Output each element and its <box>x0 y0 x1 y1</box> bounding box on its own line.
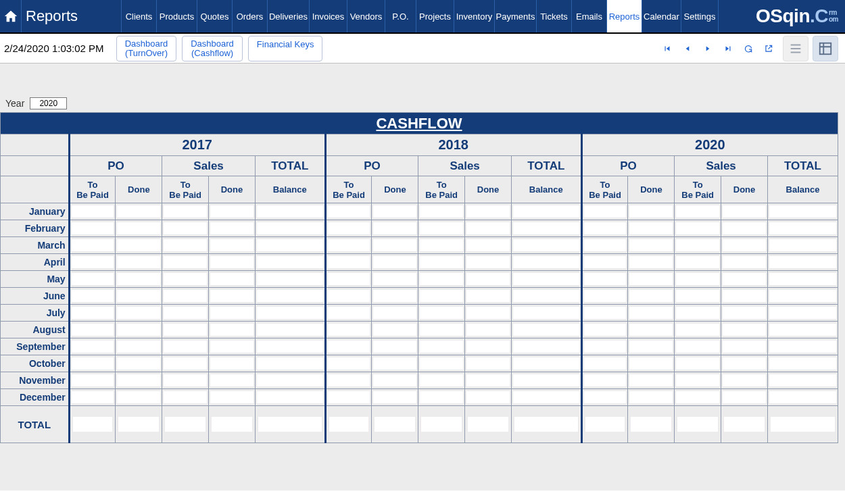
data-cell <box>767 254 838 271</box>
home-button[interactable] <box>0 0 22 32</box>
data-cell <box>418 338 465 355</box>
year-header: 2017 <box>69 134 325 156</box>
data-cell <box>767 237 838 254</box>
data-cell <box>209 322 256 338</box>
data-cell <box>721 220 768 237</box>
next-page-button[interactable] <box>698 39 718 59</box>
group-header-total: TOTAL <box>511 156 581 176</box>
tab-po[interactable]: P.O. <box>385 0 416 32</box>
data-cell <box>511 220 581 237</box>
report-title: CASHFLOW <box>1 113 838 134</box>
refresh-button[interactable] <box>738 39 758 59</box>
data-cell <box>69 355 116 372</box>
tab-tickets[interactable]: Tickets <box>537 0 572 32</box>
data-cell <box>325 220 372 237</box>
total-cell <box>69 406 116 443</box>
page-title: Reports <box>22 0 122 32</box>
total-cell <box>581 406 628 443</box>
data-cell <box>162 372 209 389</box>
tab-products[interactable]: Products <box>157 0 197 32</box>
group-header-po: PO <box>69 156 162 176</box>
data-cell <box>511 389 581 406</box>
tab-calendar[interactable]: Calendar <box>642 0 681 32</box>
data-cell <box>721 288 768 305</box>
data-cell <box>581 237 628 254</box>
tab-invoices[interactable]: Invoices <box>310 0 347 32</box>
data-cell <box>465 288 512 305</box>
report-body: Year CASHFLOW 2017 2018 2020 POSalesTOTA… <box>0 64 845 490</box>
data-cell <box>372 372 418 389</box>
data-cell <box>465 322 512 338</box>
year-input[interactable] <box>30 97 67 109</box>
data-cell <box>581 288 628 305</box>
data-cell <box>325 355 372 372</box>
subbar-button-1[interactable]: Dashboard(Cashflow) <box>182 36 243 61</box>
data-cell <box>69 288 116 305</box>
brand-dot: .C <box>810 5 828 27</box>
tab-vendors[interactable]: Vendors <box>347 0 385 32</box>
data-cell <box>255 322 325 338</box>
list-view-button[interactable] <box>783 36 808 61</box>
data-cell <box>418 305 465 322</box>
data-cell <box>767 355 838 372</box>
data-cell <box>675 355 721 372</box>
tab-reports[interactable]: Reports <box>607 0 642 32</box>
group-header-po: PO <box>325 156 418 176</box>
data-cell <box>675 288 721 305</box>
data-cell <box>767 372 838 389</box>
subbar-button-2[interactable]: Financial Keys <box>248 36 323 61</box>
data-cell <box>511 288 581 305</box>
subbar-button-0[interactable]: Dashboard(TurnOver) <box>116 36 177 61</box>
data-cell <box>511 203 581 220</box>
data-cell <box>209 203 256 220</box>
prev-page-button[interactable] <box>677 39 698 59</box>
data-cell <box>255 372 325 389</box>
data-cell <box>372 389 418 406</box>
data-cell <box>162 288 209 305</box>
last-page-button[interactable] <box>718 39 738 59</box>
total-cell <box>325 406 372 443</box>
data-cell <box>116 220 162 237</box>
data-cell <box>325 271 372 288</box>
popout-button[interactable] <box>758 39 779 59</box>
tab-inventory[interactable]: Inventory <box>454 0 495 32</box>
data-cell <box>628 305 675 322</box>
sub-header-done: Done <box>721 176 768 203</box>
tab-orders[interactable]: Orders <box>233 0 268 32</box>
data-cell <box>721 254 768 271</box>
tab-clients[interactable]: Clients <box>122 0 157 32</box>
tab-emails[interactable]: Emails <box>572 0 607 32</box>
data-cell <box>69 338 116 355</box>
data-cell <box>721 389 768 406</box>
data-cell <box>69 237 116 254</box>
data-cell <box>255 355 325 372</box>
data-cell <box>581 322 628 338</box>
data-cell <box>628 288 675 305</box>
data-cell <box>465 372 512 389</box>
data-cell <box>255 271 325 288</box>
data-cell <box>675 203 721 220</box>
tab-settings[interactable]: Settings <box>681 0 719 32</box>
data-cell <box>418 355 465 372</box>
data-cell <box>675 322 721 338</box>
tab-projects[interactable]: Projects <box>416 0 454 32</box>
data-cell <box>418 372 465 389</box>
data-cell <box>372 355 418 372</box>
total-cell <box>418 406 465 443</box>
month-label: December <box>1 389 70 406</box>
data-cell <box>675 220 721 237</box>
data-cell <box>511 271 581 288</box>
grid-view-button[interactable] <box>813 36 838 61</box>
tab-quotes[interactable]: Quotes <box>197 0 233 32</box>
first-page-button[interactable] <box>657 39 677 59</box>
data-cell <box>69 220 116 237</box>
tab-payments[interactable]: Payments <box>495 0 537 32</box>
data-cell <box>721 305 768 322</box>
data-cell <box>372 271 418 288</box>
data-cell <box>69 372 116 389</box>
data-cell <box>581 389 628 406</box>
data-cell <box>418 237 465 254</box>
data-cell <box>325 372 372 389</box>
data-cell <box>675 254 721 271</box>
tab-deliveries[interactable]: Deliveries <box>268 0 310 32</box>
